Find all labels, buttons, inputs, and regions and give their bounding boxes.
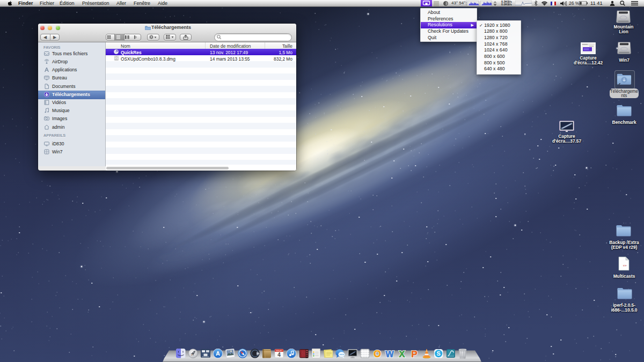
svg-text:S: S — [437, 350, 441, 357]
svg-text:A: A — [216, 350, 220, 357]
svg-text:W: W — [385, 349, 394, 359]
svg-text:X: X — [399, 349, 405, 359]
svg-text:P: P — [411, 349, 417, 359]
svg-text:4: 4 — [277, 352, 281, 358]
svg-text:RTF: RTF — [623, 265, 627, 267]
svg-text:JUILLET: JUILLET — [276, 350, 282, 352]
svg-text:O: O — [374, 349, 381, 359]
